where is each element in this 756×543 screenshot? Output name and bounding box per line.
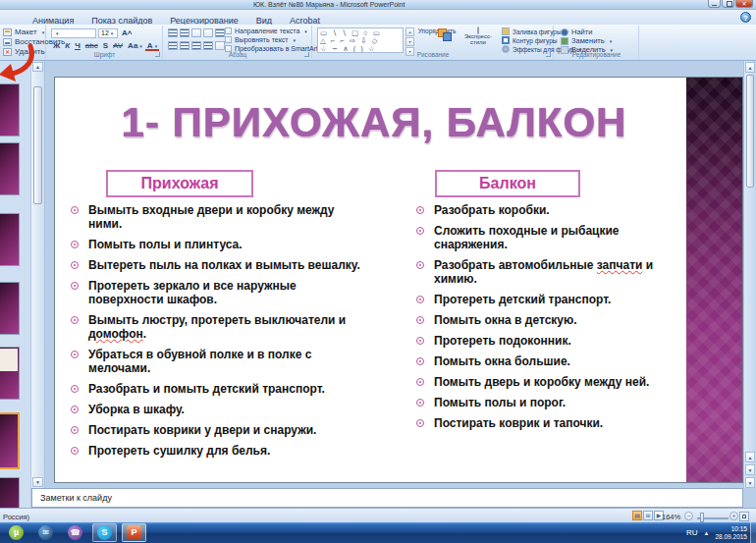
font-size-select[interactable]: 12 bbox=[98, 28, 118, 38]
italic-button[interactable]: К bbox=[63, 40, 72, 51]
previous-slide-icon[interactable]: ▲ bbox=[745, 452, 755, 462]
numbering-icon[interactable] bbox=[180, 28, 189, 37]
shapes-gallery[interactable]: ▭ ∖ ∖ ▢ ○ ▭ △ ⌐ ⌐ ⇨ ⇩ ◇ ☆ ∼ ∧ ( ) ☆ bbox=[317, 27, 404, 53]
slide-thumbnail-1[interactable] bbox=[0, 83, 20, 136]
grow-font-button[interactable]: A˄ bbox=[120, 27, 134, 38]
utorrent-taskbar-button[interactable]: µ bbox=[4, 523, 28, 542]
task-item[interactable]: Вымыть люстру, протереть выключатели и д… bbox=[69, 313, 371, 341]
paragraph-dialog-launcher-icon[interactable] bbox=[304, 52, 309, 57]
align-right-icon[interactable] bbox=[191, 41, 201, 50]
task-item[interactable]: Помыть полы и порог. bbox=[414, 396, 668, 409]
task-item[interactable]: Разобрать автомобильные запчати и химию. bbox=[414, 258, 668, 286]
thunderbird-taskbar-button[interactable]: ✉ bbox=[33, 523, 58, 542]
line-spacing-icon[interactable] bbox=[215, 28, 225, 37]
skype-taskbar-button[interactable]: S bbox=[92, 523, 117, 542]
hallway-task-list[interactable]: Вымыть входные двери и коробку между ним… bbox=[69, 203, 371, 464]
zoom-level[interactable]: 164% bbox=[662, 513, 680, 521]
shadow-button[interactable]: S bbox=[101, 40, 110, 51]
shapes-scroll-down-icon[interactable]: ▾ bbox=[405, 37, 414, 46]
justify-icon[interactable] bbox=[203, 41, 213, 50]
clock[interactable]: 10:15 28.09.2015 bbox=[715, 525, 747, 540]
scroll-thumb[interactable] bbox=[746, 75, 754, 188]
column-header-hallway[interactable]: Прихожая bbox=[106, 170, 253, 197]
quick-styles-button[interactable]: Экспресс-стили bbox=[459, 27, 498, 53]
slide-thumbnail-7[interactable] bbox=[0, 477, 20, 508]
decrease-indent-icon[interactable] bbox=[191, 28, 201, 37]
align-text-button[interactable]: Выровнять текст bbox=[225, 36, 296, 43]
replace-button[interactable]: Заменить bbox=[561, 36, 612, 45]
strikethrough-button[interactable]: abc bbox=[83, 40, 100, 51]
shapes-scroll-up-icon[interactable]: ▴ bbox=[405, 27, 414, 36]
task-item[interactable]: Помыть окна большие. bbox=[414, 354, 668, 368]
align-left-icon[interactable] bbox=[168, 41, 178, 50]
task-item[interactable]: Сложить походные и рыбацкие снаряжения. bbox=[414, 224, 668, 251]
hidden-icons-arrow-icon[interactable]: ▲ bbox=[704, 530, 710, 536]
task-item[interactable]: Протереть сушилку для белья. bbox=[69, 444, 371, 458]
slide-thumbnail-5[interactable] bbox=[0, 347, 20, 400]
task-item[interactable]: Постирать коврик и тапочки. bbox=[414, 416, 668, 430]
text-direction-button[interactable]: Направление текста bbox=[225, 27, 307, 34]
slide-area-scrollbar[interactable]: ▲ ▲ ▼ ▼ bbox=[743, 61, 756, 488]
task-item[interactable]: Уборка в шкафу. bbox=[69, 403, 371, 416]
slide-sorter-view-button[interactable]: ⊞ bbox=[643, 511, 653, 520]
task-item[interactable]: Постирать коврики у двери и снаружи. bbox=[69, 423, 371, 437]
find-button[interactable]: Найти bbox=[561, 27, 592, 36]
font-name-select[interactable] bbox=[51, 28, 96, 38]
task-item[interactable]: Протереть подоконник. bbox=[414, 334, 668, 348]
task-item[interactable]: Протереть зеркало и все наружные поверхн… bbox=[69, 279, 371, 306]
task-text: Постирать коврики у двери и снаружи. bbox=[88, 423, 316, 437]
scroll-down-icon[interactable]: ▼ bbox=[745, 477, 755, 488]
change-case-button[interactable]: Aa bbox=[126, 40, 144, 51]
task-item[interactable]: Помыть дверь и коробку между ней. bbox=[414, 375, 668, 389]
show-desktop-button[interactable] bbox=[750, 522, 756, 543]
font-dialog-launcher-icon[interactable] bbox=[155, 52, 160, 57]
maximize-button[interactable] bbox=[722, 0, 734, 8]
zoom-in-icon[interactable]: + bbox=[729, 512, 738, 520]
slide-title[interactable]: 1- ПРИХОЖАЯ, БАЛКОН bbox=[55, 99, 693, 146]
thumbnails-scroll-down-icon[interactable]: ▼ bbox=[32, 477, 43, 487]
thumbnails-scroll-thumb[interactable] bbox=[33, 86, 42, 204]
viber-taskbar-button[interactable]: ☎ bbox=[63, 523, 87, 542]
fit-to-window-icon[interactable] bbox=[739, 512, 749, 521]
zoom-slider-thumb[interactable] bbox=[700, 513, 704, 522]
title-bar[interactable]: ЮК. Взлёт №86 Марьяна - Microsoft PowerP… bbox=[0, 0, 756, 10]
character-spacing-button[interactable]: AV bbox=[111, 40, 125, 51]
task-item[interactable]: Вымыть входные двери и коробку между ним… bbox=[69, 203, 371, 231]
task-text: Протереть детский транспорт. bbox=[434, 293, 611, 306]
language-indicator[interactable]: RU bbox=[686, 528, 698, 537]
help-icon[interactable]: ? bbox=[740, 12, 751, 23]
slide-thumbnail-4[interactable] bbox=[0, 282, 20, 335]
task-item[interactable]: Вытереть пыль на полках и вымыть вешалку… bbox=[69, 258, 371, 272]
next-slide-icon[interactable]: ▼ bbox=[745, 464, 755, 475]
task-item[interactable]: Разобрать коробки. bbox=[414, 203, 668, 217]
task-item[interactable]: Разобрать и помыть детский транспорт. bbox=[69, 382, 371, 396]
slide-thumbnail-3[interactable] bbox=[0, 213, 20, 266]
slide-canvas[interactable]: 1- ПРИХОЖАЯ, БАЛКОН Прихожая Балкон Вымы… bbox=[54, 77, 743, 483]
arrange-button[interactable]: Упорядочить bbox=[417, 27, 457, 53]
drawing-dialog-launcher-icon[interactable] bbox=[546, 52, 551, 57]
columns-icon[interactable] bbox=[215, 41, 225, 50]
minimize-button[interactable] bbox=[708, 0, 721, 8]
task-item[interactable]: Помыть полы и плинтуса. bbox=[69, 238, 371, 251]
slide-thumbnail-6-selected[interactable] bbox=[0, 412, 20, 469]
task-item[interactable]: Убраться в обувной полке и в полке с мел… bbox=[69, 348, 371, 375]
increase-indent-icon[interactable] bbox=[203, 28, 213, 37]
normal-view-button[interactable]: ▤ bbox=[632, 511, 642, 520]
zoom-out-icon[interactable]: − bbox=[684, 512, 693, 520]
task-item[interactable]: Протереть детский транспорт. bbox=[414, 293, 668, 306]
thumbnails-scrollbar[interactable]: ▲ ▼ bbox=[31, 61, 45, 488]
underline-button[interactable]: Ч bbox=[73, 40, 82, 51]
font-color-button[interactable]: А bbox=[145, 40, 159, 51]
slide-thumbnail-2[interactable] bbox=[0, 142, 20, 195]
bullets-icon[interactable] bbox=[168, 28, 178, 37]
bold-button[interactable]: Ж bbox=[51, 40, 62, 51]
scroll-up-icon[interactable]: ▲ bbox=[745, 62, 755, 73]
notes-pane[interactable]: Заметки к слайду bbox=[31, 488, 743, 508]
close-button[interactable] bbox=[735, 0, 753, 8]
align-center-icon[interactable] bbox=[180, 41, 189, 50]
layout-button[interactable]: Макет bbox=[3, 27, 44, 36]
column-header-balcony[interactable]: Балкон bbox=[435, 170, 580, 197]
task-item[interactable]: Помыть окна в детскую. bbox=[414, 313, 668, 327]
powerpoint-taskbar-button[interactable]: P bbox=[122, 523, 146, 542]
balcony-task-list[interactable]: Разобрать коробки. Сложить походные и ры… bbox=[414, 203, 668, 437]
